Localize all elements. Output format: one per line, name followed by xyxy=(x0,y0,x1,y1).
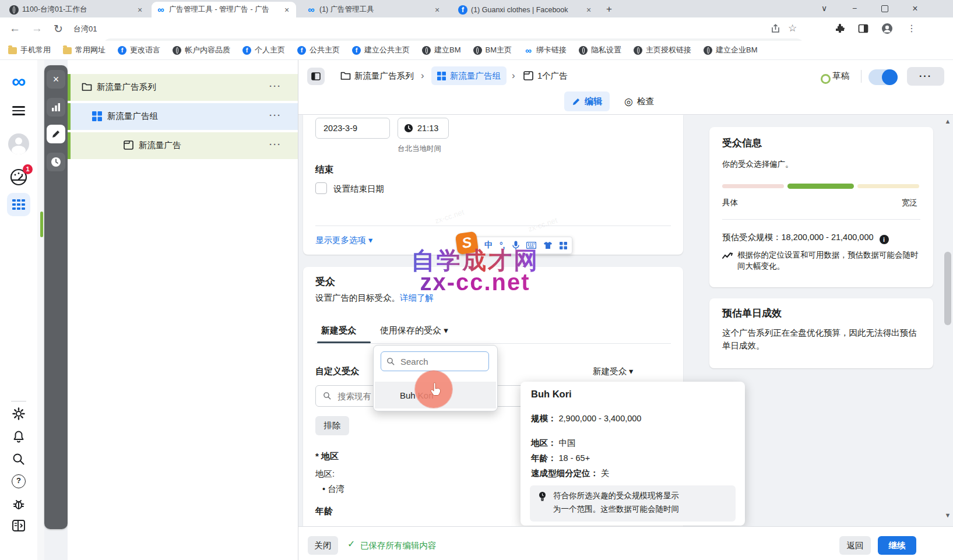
facebook-favicon: f xyxy=(458,5,467,15)
divider xyxy=(722,219,920,220)
close-button[interactable]: 关闭 xyxy=(308,536,338,555)
lightbulb-icon xyxy=(538,491,547,502)
forward-icon[interactable]: → xyxy=(31,22,43,35)
draft-edge xyxy=(68,132,71,159)
window-chevron-button[interactable]: ∨ xyxy=(811,0,837,17)
profile-label[interactable]: 台湾01 xyxy=(73,24,97,34)
extensions-puzzle-icon[interactable] xyxy=(835,23,845,34)
header-overflow-menu[interactable]: ··· xyxy=(907,67,944,86)
tab-title: (1) Guanxi clothes | Facebook xyxy=(471,6,581,14)
breadcrumb-adset-selected[interactable]: 新流量广告组 xyxy=(431,66,507,85)
search-icon xyxy=(323,392,332,400)
overflow-menu-icon[interactable]: ··· xyxy=(269,110,282,120)
window-close-button[interactable]: × xyxy=(902,0,928,17)
back-button[interactable]: 返回 xyxy=(839,536,871,555)
tab-review[interactable]: ◎ 检查 xyxy=(617,91,662,111)
meta-favicon: ∞ xyxy=(156,5,166,15)
settings-gear-icon[interactable] xyxy=(0,407,37,421)
history-clock-icon[interactable] xyxy=(47,153,65,171)
breadcrumb-ad-count[interactable]: 1个广告 xyxy=(537,66,568,85)
tab-saved-audience[interactable]: 使用保存的受众 ▾ xyxy=(380,325,448,336)
end-section-title: 结束 xyxy=(315,164,333,176)
search-icon[interactable] xyxy=(0,452,37,466)
bookmark-star-icon[interactable]: ☆ xyxy=(788,22,797,34)
bookmark-item[interactable]: f更改语言 xyxy=(118,45,160,55)
bookmark-item[interactable]: f公共主页 xyxy=(297,45,340,55)
edit-pencil-icon[interactable] xyxy=(47,125,65,143)
bookmark-item[interactable]: BM主页 xyxy=(473,45,512,55)
avatar[interactable] xyxy=(0,133,37,154)
menu-hamburger-icon[interactable] xyxy=(0,106,37,115)
bookmark-item[interactable]: 主页授权链接 xyxy=(634,45,691,55)
bookmark-item[interactable]: 帐户内容品质 xyxy=(173,45,230,55)
campaigns-table-icon[interactable] xyxy=(0,193,37,216)
start-date-field[interactable]: 2023-3-9 xyxy=(315,118,390,139)
bookmark-item[interactable]: 建立BM xyxy=(422,45,461,55)
tree-item-campaign[interactable]: 新流量广告系列 ··· xyxy=(68,74,298,101)
age-title: 年龄 xyxy=(315,506,333,517)
new-tab-button[interactable]: + xyxy=(606,3,612,15)
watermark-line2: zx-cc.net xyxy=(385,269,565,295)
window-maximize-button[interactable] xyxy=(872,0,898,17)
tree-item-adset-selected[interactable]: 新流量广告组 ··· xyxy=(68,103,298,130)
folder-icon xyxy=(340,71,351,80)
share-icon[interactable] xyxy=(771,24,780,34)
collapse-sidebar-icon[interactable] xyxy=(307,68,325,85)
close-icon[interactable]: × xyxy=(47,70,65,89)
overflow-menu-icon[interactable]: ··· xyxy=(269,81,282,91)
bookmark-item[interactable]: 常用网址 xyxy=(63,45,106,55)
bug-report-icon[interactable] xyxy=(0,497,37,511)
browser-tab[interactable]: ∞ (1) 广告管理工具 × xyxy=(302,2,446,17)
side-panel-icon[interactable] xyxy=(858,23,868,34)
caret-down-icon: ▾ xyxy=(368,235,372,245)
bookmark-item[interactable]: 手机常用 xyxy=(8,45,51,55)
caret-down-icon: ▾ xyxy=(629,367,633,376)
tab-close-icon[interactable]: × xyxy=(135,5,145,15)
tab-close-icon[interactable]: × xyxy=(584,5,593,15)
exclude-button[interactable]: 排除 xyxy=(315,416,349,435)
browser-tab[interactable]: 1100-台湾01-工作台 × xyxy=(5,2,149,17)
ads-manager-speedometer-icon[interactable]: 1 xyxy=(0,168,37,186)
meter-broad-segment xyxy=(857,184,919,188)
help-icon[interactable]: ? xyxy=(0,474,37,488)
dropdown-search-field[interactable] xyxy=(381,351,489,371)
tab-new-audience[interactable]: 新建受众 xyxy=(321,325,356,336)
bookmark-item[interactable]: 建立企业BM xyxy=(704,45,758,55)
set-end-date-checkbox[interactable] xyxy=(315,182,327,194)
scale-left-label: 具体 xyxy=(722,197,738,208)
tab-close-icon[interactable]: × xyxy=(432,5,442,15)
reload-icon[interactable]: ↻ xyxy=(54,22,63,36)
bookmark-item[interactable]: f建立公共主页 xyxy=(352,45,410,55)
audience-info-title: 受众信息 xyxy=(722,136,762,150)
browser-menu-icon[interactable]: ⋮ xyxy=(907,23,916,34)
new-audience-dropdown[interactable]: 新建受众 ▾ xyxy=(593,366,633,377)
show-more-options-link[interactable]: 显示更多选项 ▾ xyxy=(315,235,372,246)
tab-close-icon[interactable]: × xyxy=(282,5,291,15)
scroll-up-icon[interactable]: ▲ xyxy=(943,118,953,125)
overflow-menu-icon[interactable]: ··· xyxy=(269,139,282,149)
browser-tab[interactable]: f (1) Guanxi clothes | Facebook × xyxy=(453,2,598,17)
tab-edit[interactable]: 编辑 xyxy=(564,91,610,111)
info-icon[interactable]: i xyxy=(880,235,889,244)
editor-footer-bar: 关闭 ✓ 已保存所有编辑内容 返回 继续 xyxy=(298,526,953,560)
tree-item-ad[interactable]: 新流量广告 ··· xyxy=(68,132,298,159)
bookmark-item[interactable]: ∞绑卡链接 xyxy=(524,45,567,55)
dropdown-search-input[interactable] xyxy=(399,356,483,367)
collapse-panel-icon[interactable] xyxy=(0,519,37,532)
scrollbar-thumb[interactable] xyxy=(944,252,951,325)
start-time-field[interactable]: 21:13 xyxy=(398,118,449,139)
bookmark-item[interactable]: 隐私设置 xyxy=(579,45,621,55)
scroll-down-icon[interactable]: ▼ xyxy=(943,512,953,519)
chevron-right-icon: › xyxy=(421,66,424,85)
publish-toggle[interactable] xyxy=(868,69,898,85)
back-icon[interactable]: ← xyxy=(9,22,20,35)
browser-tab-active[interactable]: ∞ 广告管理工具 - 管理广告 - 广告 × xyxy=(152,2,296,17)
breadcrumb-campaign[interactable]: 新流量广告系列 xyxy=(354,66,414,85)
notifications-bell-icon[interactable] xyxy=(0,429,37,443)
continue-button[interactable]: 继续 xyxy=(878,536,916,555)
browser-profile-avatar-icon[interactable] xyxy=(881,23,893,34)
meta-logo-icon[interactable]: ∞ xyxy=(0,71,37,91)
window-minimize-button[interactable]: − xyxy=(842,0,867,17)
bookmark-item[interactable]: f个人主页 xyxy=(242,45,285,55)
chart-bars-icon[interactable] xyxy=(47,98,65,117)
